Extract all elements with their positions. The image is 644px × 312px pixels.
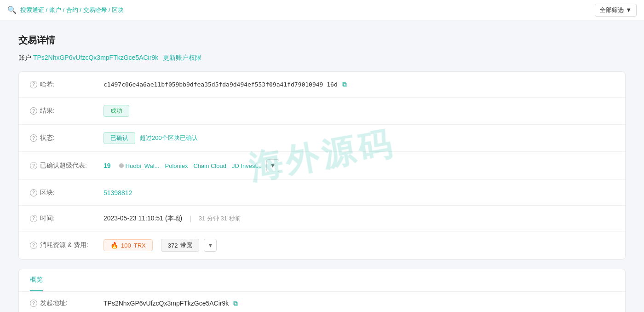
time-ago: 31 分钟 31 秒前	[199, 214, 241, 223]
result-row: ? 结果: 成功	[19, 98, 625, 125]
block-row: ? 区块: 51398812	[19, 180, 625, 206]
search-breadcrumb: 搜索通证 / 账户 / 合约 / 交易哈希 / 区块	[20, 6, 124, 14]
status-value-area: 已确认 超过200个区块已确认	[104, 132, 614, 144]
sr-count: 19	[104, 162, 111, 169]
tab-overview[interactable]: 概览	[30, 269, 43, 291]
block-help-icon[interactable]: ?	[30, 189, 37, 196]
resources-help-icon[interactable]: ?	[30, 242, 37, 249]
bandwidth-badge: 372 带宽	[161, 239, 200, 252]
account-prefix: 账户	[18, 54, 31, 61]
account-address[interactable]: TPs2NhxGP6vUfzcQx3mpFTkzGce5ACir9k	[33, 54, 158, 61]
overview-tab-bar: 概览	[19, 269, 625, 292]
bandwidth-amount: 372	[168, 242, 178, 249]
sr-item-2[interactable]: Poloniex	[165, 162, 188, 169]
result-label: ? 结果:	[30, 107, 104, 115]
trx-unit: TRX	[134, 242, 146, 249]
bandwidth-unit: 带宽	[180, 241, 192, 249]
resources-label: ? 消耗资源 & 费用:	[30, 241, 104, 249]
time-value-area: 2023-05-23 11:10:51 (本地) | 31 分钟 31 秒前	[104, 214, 614, 223]
hash-value-area: c1497c06e4a6ae11bf059bb9dfea35d5fda9d494…	[104, 81, 614, 88]
from-label: ? 发起地址:	[30, 299, 104, 307]
resources-row: ? 消耗资源 & 费用: 🔥 100 TRX 372 带宽 ▼	[19, 231, 625, 259]
sr-item-4[interactable]: JD Invest...	[232, 162, 262, 169]
from-address[interactable]: TPs2NhxGP6vUfzcQx3mpFTkzGce5ACir9k	[104, 300, 229, 307]
search-icon: 🔍	[7, 6, 17, 14]
trx-amount: 100	[121, 242, 131, 249]
result-value-area: 成功	[104, 105, 614, 117]
sr-list: Huobi_Wal... Poloniex Chain Cloud JD Inv…	[119, 162, 262, 169]
time-row: ? 时间: 2023-05-23 11:10:51 (本地) | 31 分钟 3…	[19, 206, 625, 231]
account-info: 账户 TPs2NhxGP6vUfzcQx3mpFTkzGce5ACir9k 更新…	[18, 54, 626, 62]
from-copy-icon[interactable]: ⧉	[233, 300, 238, 307]
status-row: ? 状态: 已确认 超过200个区块已确认	[19, 125, 625, 152]
sr-name-1: Huobi_Wal...	[126, 162, 160, 169]
sr-name-4: JD Invest...	[232, 162, 262, 169]
overview-section: 概览 ? 发起地址: TPs2NhxGP6vUfzcQx3mpFTkzGce5A…	[18, 269, 626, 312]
hash-label: ? 哈希:	[30, 81, 104, 89]
from-address-row: ? 发起地址: TPs2NhxGP6vUfzcQx3mpFTkzGce5ACir…	[19, 292, 625, 312]
time-main: 2023-05-23 11:10:51 (本地)	[104, 214, 182, 223]
hash-help-icon[interactable]: ?	[30, 81, 37, 88]
chevron-down-icon: ▼	[207, 242, 213, 248]
status-extra-text: 超过200个区块已确认	[140, 134, 198, 142]
sr-item-3[interactable]: Chain Cloud	[193, 162, 226, 169]
time-help-icon[interactable]: ?	[30, 215, 37, 222]
sr-name-3: Chain Cloud	[193, 162, 226, 169]
trx-badge: 🔥 100 TRX	[104, 239, 153, 251]
result-help-icon[interactable]: ?	[30, 107, 37, 115]
from-help-icon[interactable]: ?	[30, 300, 37, 307]
block-number[interactable]: 51398812	[104, 189, 132, 196]
search-area: 🔍 搜索通证 / 账户 / 合约 / 交易哈希 / 区块	[7, 6, 595, 14]
sr-dot-1	[119, 163, 124, 168]
sr-expand-button[interactable]: ▼	[266, 159, 279, 172]
status-confirmed-badge: 已确认	[104, 132, 135, 144]
flame-icon: 🔥	[110, 242, 118, 249]
detail-card: ? 哈希: c1497c06e4a6ae11bf059bb9dfea35d5fd…	[18, 71, 626, 260]
time-label: ? 时间:	[30, 214, 104, 223]
page-title: 交易详情	[18, 34, 626, 46]
block-label: ? 区块:	[30, 189, 104, 197]
block-value-area: 51398812	[104, 189, 614, 196]
sr-value-area: 19 Huobi_Wal... Poloniex Chain Cloud JD …	[104, 159, 614, 172]
chevron-down-icon: ▼	[270, 162, 276, 169]
sr-row: ? 已确认超级代表: 19 Huobi_Wal... Poloniex Chai…	[19, 152, 625, 180]
hash-row: ? 哈希: c1497c06e4a6ae11bf059bb9dfea35d5fd…	[19, 72, 625, 98]
hash-value: c1497c06e4a6ae11bf059bb9dfea35d5fda9d494…	[104, 81, 338, 88]
filter-button[interactable]: 全部筛选 ▼	[595, 4, 637, 17]
time-separator: |	[190, 215, 191, 222]
status-help-icon[interactable]: ?	[30, 134, 37, 142]
update-permissions-link[interactable]: 更新账户权限	[163, 54, 201, 61]
result-badge: 成功	[104, 105, 129, 117]
main-content: 交易详情 账户 TPs2NhxGP6vUfzcQx3mpFTkzGce5ACir…	[0, 20, 644, 312]
chevron-down-icon: ▼	[626, 6, 632, 13]
sr-label: ? 已确认超级代表:	[30, 162, 104, 170]
from-value-area: TPs2NhxGP6vUfzcQx3mpFTkzGce5ACir9k ⧉	[104, 300, 614, 307]
sr-help-icon[interactable]: ?	[30, 162, 37, 169]
resources-expand-button[interactable]: ▼	[204, 239, 217, 252]
copy-icon[interactable]: ⧉	[342, 81, 347, 88]
sr-name-2: Poloniex	[165, 162, 188, 169]
status-label: ? 状态:	[30, 134, 104, 142]
top-bar: 🔍 搜索通证 / 账户 / 合约 / 交易哈希 / 区块 全部筛选 ▼	[0, 0, 644, 20]
sr-item-1[interactable]: Huobi_Wal...	[119, 162, 160, 169]
resources-value-area: 🔥 100 TRX 372 带宽 ▼	[104, 239, 614, 252]
filter-label: 全部筛选	[600, 6, 624, 14]
